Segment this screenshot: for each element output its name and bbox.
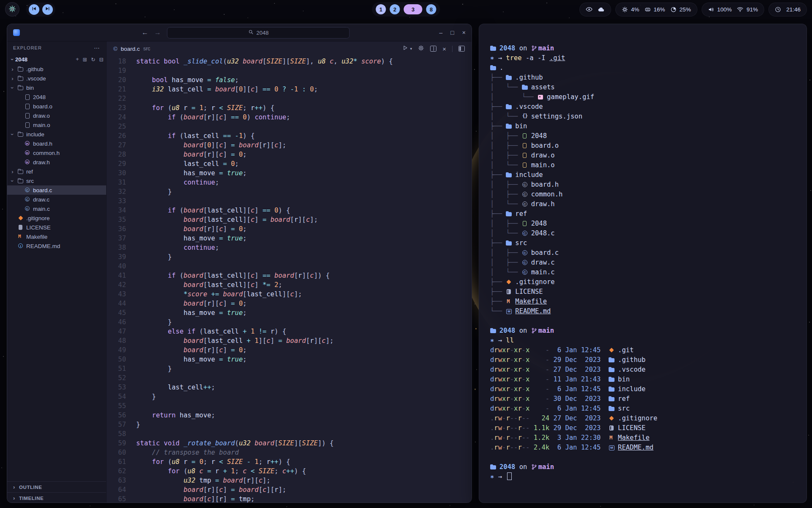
volume-stat: 100%: [708, 6, 732, 13]
code-line: 22: [107, 94, 472, 103]
terminal-listing-row: drwxr-xr-x - 6 Jan 12:45 src: [490, 404, 798, 414]
cpu-icon: [622, 6, 628, 13]
code-line: 26 if (last_cell == -1) {: [107, 131, 472, 141]
terminal-listing-row: .rw-r--r-- 24 27 Dec 2023 .gitignore: [490, 414, 798, 423]
settings-gear-icon[interactable]: [418, 45, 424, 53]
c-file-icon: ©: [113, 46, 118, 52]
terminal-command: ∗ → tree -a -I .git: [490, 53, 798, 63]
terminal-window[interactable]: 2048 on main∗ → tree -a -I .git.├── .git…: [479, 24, 807, 503]
explorer-item-.vscode[interactable]: ›.vscode: [7, 74, 106, 83]
explorer-item-board.c[interactable]: ›board.c: [7, 185, 106, 195]
close-editor-icon[interactable]: ×: [442, 45, 446, 52]
explorer-item-ref[interactable]: ›ref: [7, 167, 106, 176]
clock-widget[interactable]: 21:46: [768, 3, 807, 17]
book-icon: [609, 425, 615, 431]
media-previous-button[interactable]: [29, 4, 39, 15]
hfile-icon: [24, 159, 31, 165]
obj-icon: [522, 153, 528, 158]
line-number: 44: [107, 299, 136, 308]
line-number: 43: [107, 290, 136, 299]
media-next-button[interactable]: [42, 4, 53, 15]
explorer-item-board.h[interactable]: ›board.h: [7, 139, 106, 148]
audio-network-widget[interactable]: 100% 91%: [702, 3, 765, 17]
chevron-right-icon[interactable]: ›: [10, 168, 15, 175]
active-tab[interactable]: © board.c src: [113, 46, 150, 52]
explorer-item-main.c[interactable]: ›main.c: [7, 204, 106, 213]
chevron-down-icon[interactable]: ›: [9, 132, 16, 137]
explorer-item-README.md[interactable]: ›README.md: [7, 241, 106, 251]
code-line: 64 board[r][c] = board[c][r];: [107, 485, 472, 494]
fold-icon: [522, 85, 528, 90]
chevron-down-icon[interactable]: ›: [9, 178, 16, 184]
mk-icon: [506, 299, 512, 304]
explorer-item-common.h[interactable]: ›common.h: [7, 148, 106, 157]
forward-icon[interactable]: →: [154, 29, 161, 36]
code-line: 49 board[r][c] = 0;: [107, 345, 472, 355]
chevron-right-icon[interactable]: ›: [10, 75, 15, 82]
file-label: draw.o: [33, 113, 50, 119]
more-actions-icon[interactable]: ⋯: [94, 44, 100, 51]
explorer-item-LICENSE[interactable]: ›LICENSE: [7, 223, 106, 232]
file-label: draw.h: [33, 159, 50, 166]
collapse-folders-button[interactable]: ⊟: [99, 56, 104, 63]
maximize-button[interactable]: □: [450, 29, 454, 36]
folder-icon: [17, 66, 24, 72]
hfile-icon: [24, 141, 31, 146]
run-dropdown-icon[interactable]: ▾: [410, 47, 412, 51]
panel-timeline[interactable]: ›TIMELINE: [7, 492, 106, 503]
top-bar-right: 4% 16% 25% 100% 91% 21:46: [579, 3, 807, 17]
system-stats-widget[interactable]: 4% 16% 25%: [615, 3, 697, 17]
split-editor-icon[interactable]: [430, 46, 436, 52]
mk-icon: [609, 435, 615, 441]
code-line: 33: [107, 196, 472, 206]
terminal-listing-row: drwxr-xr-x - 11 Jan 21:43 bin: [490, 375, 798, 384]
terminal-tree-line: ├── Makefile: [490, 297, 798, 306]
command-center-search[interactable]: 2048: [167, 27, 350, 39]
explorer-item-board.o[interactable]: ›board.o: [7, 102, 106, 111]
workspace-2[interactable]: 2: [390, 4, 400, 14]
new-file-button[interactable]: +: [76, 56, 79, 63]
explorer-item-main.o[interactable]: ›main.o: [7, 120, 106, 130]
explorer-item-.gitignore[interactable]: ›.gitignore: [7, 213, 106, 223]
chevron-down-icon[interactable]: ›: [9, 85, 16, 91]
explorer-item-draw.o[interactable]: ›draw.o: [7, 111, 106, 120]
line-number: 26: [107, 131, 136, 141]
terminal-blank: [490, 316, 798, 326]
terminal-tree-line: │ ├── 2048: [490, 131, 798, 141]
memory-icon: [645, 6, 651, 13]
explorer-item-.github[interactable]: ›.github: [7, 64, 106, 74]
layout-toggle-icon[interactable]: [458, 46, 465, 52]
back-icon[interactable]: ←: [142, 29, 148, 36]
close-window-button[interactable]: ×: [462, 29, 466, 36]
new-folder-button[interactable]: ⊞: [83, 56, 87, 63]
explorer-item-bin[interactable]: ›bin: [7, 83, 106, 92]
refresh-explorer-button[interactable]: ↻: [91, 56, 95, 63]
chevron-right-icon[interactable]: ›: [10, 66, 15, 72]
explorer-root-folder[interactable]: › 2048 + ⊞ ↻ ⊟: [7, 54, 106, 64]
launcher-button[interactable]: [5, 2, 19, 17]
workspace-8[interactable]: 8: [426, 4, 436, 14]
run-button[interactable]: [402, 45, 408, 52]
explorer-item-draw.h[interactable]: ›draw.h: [7, 157, 106, 167]
code-editor[interactable]: 18static bool _slide_col(u32 board[SIZE]…: [107, 56, 472, 503]
line-number: 64: [107, 485, 136, 494]
code-line: 18static bool _slide_col(u32 board[SIZE]…: [107, 57, 472, 66]
panel-outline[interactable]: ›OUTLINE: [7, 481, 106, 492]
editor-tabbar: © board.c src ▾ ×: [107, 41, 472, 56]
explorer-item-Makefile[interactable]: ›Makefile: [7, 232, 106, 241]
explorer-item-draw.c[interactable]: ›draw.c: [7, 195, 106, 204]
weather-widget[interactable]: [579, 3, 611, 17]
explorer-item-include[interactable]: ›include: [7, 130, 106, 139]
cfile-icon: [24, 196, 31, 202]
explorer-item-src[interactable]: ›src: [7, 176, 106, 185]
explorer-item-2048[interactable]: ›2048: [7, 92, 106, 102]
workspace-3-active[interactable]: 3: [404, 4, 422, 14]
code-line: 46 }: [107, 318, 472, 327]
git-branch-icon: [531, 327, 537, 334]
search-value: 2048: [256, 30, 269, 36]
line-number: 59: [107, 439, 136, 448]
wifi-value: 91%: [746, 6, 758, 13]
terminal-tree-line: │ └── 2048.c: [490, 229, 798, 238]
workspace-1[interactable]: 1: [376, 4, 386, 14]
minimize-button[interactable]: –: [439, 29, 443, 36]
